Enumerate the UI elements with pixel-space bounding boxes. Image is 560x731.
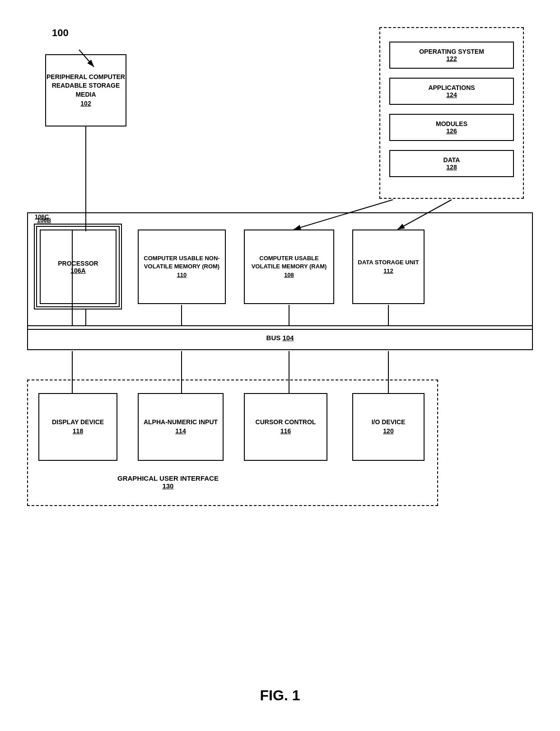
bus-label: BUS xyxy=(266,334,281,342)
os-label: OPERATING SYSTEM xyxy=(419,48,484,55)
applications-ref: 124 xyxy=(446,91,457,98)
ram-label: COMPUTER USABLE VOLATILE MEMORY (RAM) xyxy=(245,254,333,271)
peripheral-ref: 102 xyxy=(80,99,91,108)
processor-ref: 106A xyxy=(70,267,85,274)
datastorage-box: DATA STORAGE UNIT 112 xyxy=(352,230,425,304)
cursor-ref: 116 xyxy=(280,427,291,436)
datastorage-ref: 112 xyxy=(383,267,393,275)
data-box: DATA 128 xyxy=(389,150,514,177)
processor-box: PROCESSOR 106A xyxy=(40,230,117,304)
modules-label: MODULES xyxy=(436,120,467,127)
modules-box: MODULES 126 xyxy=(389,114,514,141)
peripheral-label: PERIPHERAL COMPUTER READABLE STORAGE MED… xyxy=(46,73,126,99)
data-label: DATA xyxy=(443,156,460,164)
ram-ref: 108 xyxy=(284,271,294,279)
diagram-ref-100: 100 xyxy=(52,27,69,39)
figure-label: FIG. 1 xyxy=(260,687,300,704)
rom-ref: 110 xyxy=(177,271,187,279)
io-label: I/O DEVICE xyxy=(372,418,406,427)
os-box: OPERATING SYSTEM 122 xyxy=(389,42,514,69)
ref-106b-label: 106B xyxy=(37,217,51,224)
data-ref: 128 xyxy=(446,164,457,171)
rom-box: COMPUTER USABLE NON-VOLATILE MEMORY (ROM… xyxy=(138,230,226,304)
display-label: DISPLAY DEVICE xyxy=(52,418,104,427)
alphainput-label: ALPHA-NUMERIC INPUT xyxy=(144,418,218,427)
datastorage-label: DATA STORAGE UNIT xyxy=(358,258,419,267)
gui-ref: 130 xyxy=(162,482,173,490)
gui-text-label: GRAPHICAL USER INTERFACE xyxy=(117,474,219,482)
modules-ref: 126 xyxy=(446,127,457,135)
alphainput-ref: 114 xyxy=(175,427,186,436)
processor-label: PROCESSOR xyxy=(58,260,98,267)
io-box: I/O DEVICE 120 xyxy=(352,393,425,461)
cursor-label: CURSOR CONTROL xyxy=(256,418,316,427)
bus-box: BUS 104 xyxy=(27,325,533,350)
software-group-box: OPERATING SYSTEM 122 APPLICATIONS 124 MO… xyxy=(379,27,524,199)
cursor-box: CURSOR CONTROL 116 xyxy=(244,393,327,461)
io-ref: 120 xyxy=(383,427,393,436)
bus-ref: 104 xyxy=(282,334,294,342)
display-ref: 118 xyxy=(73,427,83,436)
gui-label-area: GRAPHICAL USER INTERFACE 130 xyxy=(117,474,219,490)
ram-box: COMPUTER USABLE VOLATILE MEMORY (RAM) 10… xyxy=(244,230,334,304)
alphainput-box: ALPHA-NUMERIC INPUT 114 xyxy=(138,393,224,461)
applications-label: APPLICATIONS xyxy=(428,84,475,91)
rom-label: COMPUTER USABLE NON-VOLATILE MEMORY (ROM… xyxy=(139,254,225,271)
peripheral-storage-box: PERIPHERAL COMPUTER READABLE STORAGE MED… xyxy=(45,54,126,127)
display-box: DISPLAY DEVICE 118 xyxy=(38,393,117,461)
os-ref: 122 xyxy=(446,55,457,62)
applications-box: APPLICATIONS 124 xyxy=(389,78,514,105)
